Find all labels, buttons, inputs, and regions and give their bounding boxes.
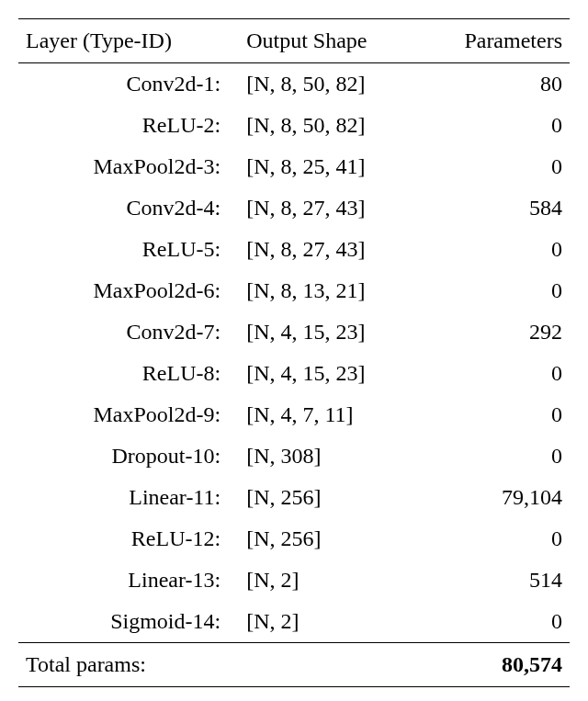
cell-shape: [N, 8, 25, 41] — [232, 146, 421, 187]
cell-shape: [N, 308] — [232, 435, 421, 477]
cell-layer: ReLU-12: — [18, 518, 232, 560]
cell-shape: [N, 2] — [232, 560, 421, 601]
network-architecture-table: Layer (Type-ID) Output Shape Parameters … — [18, 18, 570, 687]
cell-shape: [N, 8, 50, 82] — [232, 63, 421, 106]
cell-layer: ReLU-8: — [18, 353, 232, 394]
table-row: MaxPool2d-6:[N, 8, 13, 21]0 — [18, 270, 570, 311]
cell-layer: MaxPool2d-9: — [18, 394, 232, 435]
cell-layer: Linear-11: — [18, 477, 232, 518]
table-row: Sigmoid-14:[N, 2]0 — [18, 601, 570, 643]
cell-layer: MaxPool2d-6: — [18, 270, 232, 311]
table-footer-row: Total params: 80,574 — [18, 643, 570, 687]
total-label: Total params: — [18, 643, 421, 687]
table-row: Dropout-10:[N, 308]0 — [18, 435, 570, 477]
table: Layer (Type-ID) Output Shape Parameters … — [18, 18, 570, 687]
total-value: 80,574 — [421, 643, 570, 687]
cell-params: 0 — [421, 394, 570, 435]
cell-shape: [N, 2] — [232, 601, 421, 643]
cell-params: 0 — [421, 270, 570, 311]
cell-layer: ReLU-5: — [18, 229, 232, 270]
header-shape: Output Shape — [232, 19, 421, 63]
cell-shape: [N, 256] — [232, 477, 421, 518]
cell-params: 584 — [421, 187, 570, 229]
table-row: MaxPool2d-3:[N, 8, 25, 41]0 — [18, 146, 570, 187]
cell-params: 0 — [421, 601, 570, 643]
cell-params: 0 — [421, 435, 570, 477]
table-row: Conv2d-1:[N, 8, 50, 82]80 — [18, 63, 570, 106]
cell-layer: Sigmoid-14: — [18, 601, 232, 643]
cell-shape: [N, 8, 27, 43] — [232, 187, 421, 229]
cell-shape: [N, 4, 7, 11] — [232, 394, 421, 435]
table-row: ReLU-5:[N, 8, 27, 43]0 — [18, 229, 570, 270]
cell-params: 514 — [421, 560, 570, 601]
cell-shape: [N, 8, 27, 43] — [232, 229, 421, 270]
table-row: Linear-11:[N, 256]79,104 — [18, 477, 570, 518]
table-row: ReLU-12:[N, 256]0 — [18, 518, 570, 560]
cell-params: 0 — [421, 229, 570, 270]
table-row: ReLU-2:[N, 8, 50, 82]0 — [18, 105, 570, 146]
cell-layer: Dropout-10: — [18, 435, 232, 477]
cell-shape: [N, 256] — [232, 518, 421, 560]
cell-params: 0 — [421, 105, 570, 146]
header-layer: Layer (Type-ID) — [18, 19, 232, 63]
cell-params: 80 — [421, 63, 570, 106]
cell-layer: Conv2d-7: — [18, 311, 232, 353]
cell-layer: Conv2d-4: — [18, 187, 232, 229]
table-row: MaxPool2d-9:[N, 4, 7, 11]0 — [18, 394, 570, 435]
cell-params: 79,104 — [421, 477, 570, 518]
cell-layer: ReLU-2: — [18, 105, 232, 146]
cell-shape: [N, 8, 50, 82] — [232, 105, 421, 146]
cell-shape: [N, 4, 15, 23] — [232, 353, 421, 394]
cell-shape: [N, 4, 15, 23] — [232, 311, 421, 353]
cell-params: 0 — [421, 518, 570, 560]
cell-params: 0 — [421, 353, 570, 394]
cell-params: 0 — [421, 146, 570, 187]
table-row: Conv2d-7:[N, 4, 15, 23]292 — [18, 311, 570, 353]
cell-params: 292 — [421, 311, 570, 353]
cell-layer: Conv2d-1: — [18, 63, 232, 106]
table-row: ReLU-8:[N, 4, 15, 23]0 — [18, 353, 570, 394]
table-row: Linear-13:[N, 2]514 — [18, 560, 570, 601]
cell-layer: MaxPool2d-3: — [18, 146, 232, 187]
header-params: Parameters — [421, 19, 570, 63]
table-row: Conv2d-4:[N, 8, 27, 43]584 — [18, 187, 570, 229]
cell-shape: [N, 8, 13, 21] — [232, 270, 421, 311]
table-header-row: Layer (Type-ID) Output Shape Parameters — [18, 19, 570, 63]
cell-layer: Linear-13: — [18, 560, 232, 601]
